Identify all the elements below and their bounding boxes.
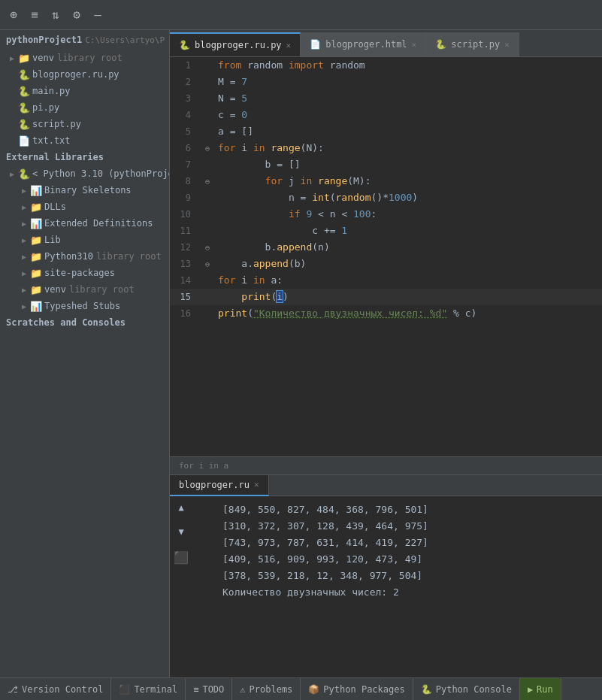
console-content[interactable]: [849, 550, 827, 484, 368, 796, 501] [310… bbox=[192, 496, 602, 677]
arrow-icon: ▶ bbox=[6, 52, 18, 64]
console-line: [849, 550, 827, 484, 368, 796, 501] bbox=[222, 502, 572, 517]
line-content[interactable]: a = [] bbox=[215, 123, 602, 140]
close-tab-icon[interactable]: ✕ bbox=[286, 41, 292, 50]
lib-label: Lib bbox=[44, 235, 61, 245]
tab-blogproger-html[interactable]: 📄 blogproger.html ✕ bbox=[301, 32, 426, 56]
line-content[interactable]: a.append(b) bbox=[215, 256, 602, 272]
sidebar-item-binary-skeletons[interactable]: ▶ 📊 Binary Skeletons bbox=[0, 182, 169, 198]
run-label: Run bbox=[537, 684, 553, 695]
close-tab-icon[interactable]: ✕ bbox=[412, 40, 417, 50]
sidebar-item-python310-lib[interactable]: ▶ 📁 Python310 library root bbox=[0, 248, 169, 265]
arrow-icon: ▶ bbox=[18, 184, 30, 196]
line-content[interactable]: print("Количество двузначных чисел: %d" … bbox=[215, 305, 602, 322]
status-todo[interactable]: ≡ TODO bbox=[186, 678, 232, 700]
py-tab-icon: 🐍 bbox=[435, 39, 446, 50]
file-label: main.py bbox=[32, 86, 71, 96]
close-tab-icon[interactable]: ✕ bbox=[504, 40, 510, 50]
status-run[interactable]: ▶ Run bbox=[520, 678, 561, 700]
sidebar-item-script-py[interactable]: 🐍 script.py bbox=[0, 116, 169, 132]
venv2-label: venv bbox=[44, 284, 66, 295]
line-number: 8 bbox=[170, 176, 200, 186]
line-content[interactable]: b = [] bbox=[215, 156, 602, 173]
sidebar-item-venv[interactable]: ▶ 📁 venv library root bbox=[0, 50, 169, 66]
fold-icon[interactable]: ⊖ bbox=[200, 260, 215, 268]
line-content[interactable]: for i in a: bbox=[215, 272, 602, 289]
up-arrow-icon: ▲ bbox=[178, 502, 183, 513]
code-line: 1 from random import random bbox=[170, 57, 602, 74]
line-number: 3 bbox=[170, 93, 200, 104]
sidebar-item-site-packages[interactable]: ▶ 📁 site-packages bbox=[0, 265, 169, 281]
line-content[interactable]: for i in range(N): bbox=[215, 140, 602, 156]
console-tab-blogproger-ru[interactable]: blogproger.ru ✕ bbox=[170, 475, 269, 496]
code-line: 2 M = 7 bbox=[170, 74, 602, 90]
menu-icon[interactable]: ≡ bbox=[27, 8, 42, 23]
status-problems[interactable]: ⚠ Problems bbox=[232, 678, 301, 700]
line-number: 15 bbox=[170, 292, 200, 302]
line-content[interactable]: n = int(random()*1000) bbox=[215, 189, 602, 206]
run-icon: ▶ bbox=[528, 684, 533, 695]
line-content[interactable]: M = 7 bbox=[215, 74, 602, 90]
tab-bar: 🐍 blogproger.ru.py ✕ 📄 blogproger.html ✕… bbox=[170, 30, 602, 57]
python-packages-icon: 📦 bbox=[308, 684, 319, 695]
sidebar-item-python310[interactable]: ▶ 🐍 < Python 3.10 (pythonProject bbox=[0, 165, 169, 182]
line-content[interactable]: b.append(n) bbox=[215, 239, 602, 256]
fold-icon[interactable]: ⊖ bbox=[200, 244, 215, 252]
add-icon[interactable]: ⊕ bbox=[6, 8, 21, 23]
chart-icon: 📊 bbox=[30, 300, 42, 312]
fold-icon[interactable]: ⊖ bbox=[200, 177, 215, 186]
tab-blogproger-ru-py[interactable]: 🐍 blogproger.ru.py ✕ bbox=[170, 32, 301, 56]
status-python-console[interactable]: 🐍 Python Console bbox=[413, 678, 520, 700]
html-tab-icon: 📄 bbox=[310, 39, 321, 50]
sidebar-item-txt-txt[interactable]: 📄 txt.txt bbox=[0, 132, 169, 149]
sidebar-item-dlls[interactable]: ▶ 📁 DLLs bbox=[0, 198, 169, 215]
console-icon: ⬛ bbox=[174, 550, 189, 565]
code-line: 4 c = 0 bbox=[170, 107, 602, 123]
sidebar-item-typeshed[interactable]: ▶ 📊 Typeshed Stubs bbox=[0, 298, 169, 314]
status-python-packages[interactable]: 📦 Python Packages bbox=[301, 678, 413, 700]
txt-file-icon: 📄 bbox=[18, 135, 30, 147]
line-number: 10 bbox=[170, 209, 200, 220]
sidebar-item-extended-definitions[interactable]: ▶ 📊 Extended Definitions bbox=[0, 215, 169, 232]
code-editor[interactable]: 1 from random import random 2 M = 7 3 N … bbox=[170, 57, 602, 456]
console-line: [743, 973, 787, 631, 414, 419, 227] bbox=[222, 535, 572, 550]
python-console-label: Python Console bbox=[436, 684, 512, 695]
sidebar: pythonProject1 C:\Users\artyo\P ▶ 📁 venv… bbox=[0, 30, 170, 677]
line-content[interactable]: for j in range(M): bbox=[215, 173, 602, 189]
status-terminal[interactable]: ⬛ Terminal bbox=[111, 678, 186, 700]
sidebar-item-pi-py[interactable]: 🐍 pi.py bbox=[0, 99, 169, 116]
collapse-icon[interactable]: — bbox=[90, 8, 105, 23]
line-content[interactable]: if 9 < n < 100: bbox=[215, 206, 602, 223]
sort-icon[interactable]: ⇅ bbox=[48, 8, 63, 23]
folder-icon: 📁 bbox=[30, 234, 42, 246]
arrow-icon: ▶ bbox=[18, 201, 30, 213]
arrow-icon: ▶ bbox=[6, 168, 18, 180]
fold-icon[interactable]: ⊖ bbox=[200, 144, 215, 153]
folder-icon: 📁 bbox=[30, 201, 42, 213]
settings-icon[interactable]: ⚙ bbox=[69, 8, 84, 23]
console-area: blogproger.ru ✕ ▲ ▼ ⬛ [849, 550, 827, 48… bbox=[170, 474, 602, 677]
chart-icon: 📊 bbox=[30, 217, 42, 229]
line-content[interactable]: print(i) bbox=[215, 289, 602, 305]
code-line: 12 ⊖ b.append(n) bbox=[170, 239, 602, 256]
code-line: 10 if 9 < n < 100: bbox=[170, 206, 602, 223]
tab-script-py[interactable]: 🐍 script.py ✕ bbox=[426, 32, 519, 56]
code-line: 9 n = int(random()*1000) bbox=[170, 189, 602, 206]
toolbar: ⊕ ≡ ⇅ ⚙ — bbox=[0, 0, 602, 30]
sidebar-item-lib[interactable]: ▶ 📁 Lib bbox=[0, 232, 169, 248]
file-label: pi.py bbox=[32, 102, 59, 113]
sidebar-item-venv2[interactable]: ▶ 📁 venv library root bbox=[0, 281, 169, 298]
sidebar-item-blogproger-ru-py[interactable]: 🐍 blogproger.ru.py bbox=[0, 66, 169, 83]
code-line: 13 ⊖ a.append(b) bbox=[170, 256, 602, 272]
line-content[interactable]: c += 1 bbox=[215, 223, 602, 239]
python-packages-label: Python Packages bbox=[323, 684, 404, 695]
line-content[interactable]: from random import random bbox=[215, 57, 602, 74]
status-version-control[interactable]: ⎇ Version Control bbox=[0, 678, 111, 700]
line-content[interactable]: N = 5 bbox=[215, 90, 602, 107]
sidebar-item-main-py[interactable]: 🐍 main.py bbox=[0, 83, 169, 99]
project-header[interactable]: pythonProject1 C:\Users\artyo\P bbox=[0, 30, 169, 50]
status-bar: ⎇ Version Control ⬛ Terminal ≡ TODO ⚠ Pr… bbox=[0, 677, 602, 700]
close-console-tab-icon[interactable]: ✕ bbox=[254, 480, 259, 489]
arrow-icon: ▶ bbox=[18, 300, 30, 312]
line-content[interactable]: c = 0 bbox=[215, 107, 602, 123]
problems-icon: ⚠ bbox=[240, 684, 245, 695]
